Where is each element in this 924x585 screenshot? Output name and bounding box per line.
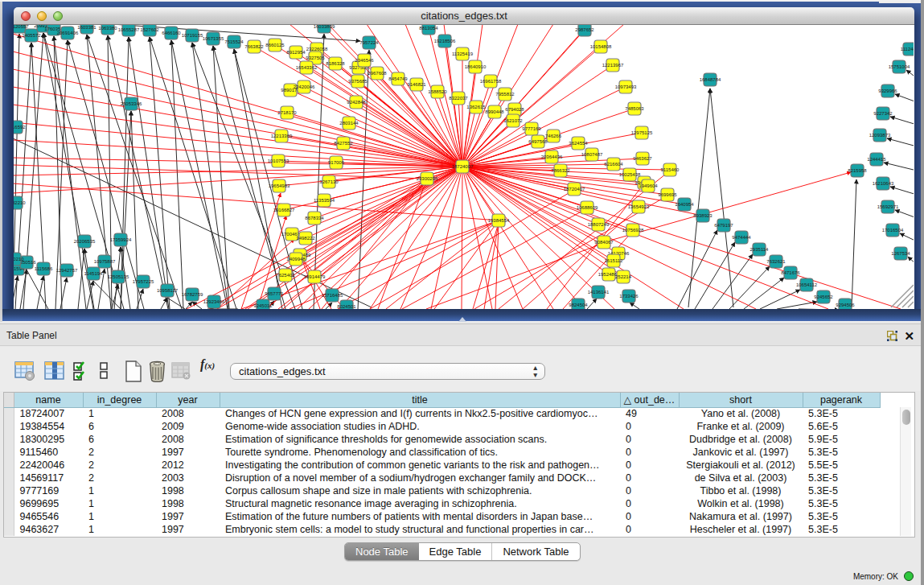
svg-text:3624554: 3624554	[569, 141, 588, 146]
svg-text:7866322: 7866322	[551, 168, 570, 173]
svg-text:10975887: 10975887	[94, 259, 116, 264]
svg-text:23226058: 23226058	[306, 47, 328, 51]
svg-text:746266: 746266	[545, 134, 562, 138]
svg-text:6794028: 6794028	[505, 107, 524, 112]
svg-text:1603381: 1603381	[77, 25, 97, 30]
svg-text:16543362: 16543362	[296, 65, 318, 70]
svg-text:1145194: 1145194	[84, 271, 104, 276]
svg-text:15716485: 15716485	[322, 293, 343, 298]
svg-text:10807487: 10807487	[581, 152, 603, 157]
svg-text:9245012: 9245012	[253, 303, 273, 308]
svg-text:9699695: 9699695	[658, 192, 677, 197]
svg-text:2803144: 2803144	[339, 121, 359, 126]
svg-text:1112440: 1112440	[901, 47, 914, 51]
svg-text:19654983: 19654983	[269, 183, 290, 188]
svg-text:8186328: 8186328	[326, 61, 345, 66]
svg-text:9375685: 9375685	[348, 79, 368, 84]
svg-text:15751004: 15751004	[889, 64, 910, 69]
svg-text:19166827: 19166827	[273, 208, 295, 212]
svg-text:7485063: 7485063	[625, 106, 644, 111]
svg-text:8912954: 8912954	[286, 50, 306, 55]
svg-text:7955812: 7955812	[495, 92, 515, 97]
svg-text:17957225: 17957225	[133, 279, 154, 284]
svg-text:2967608: 2967608	[368, 71, 387, 76]
svg-text:16782759: 16782759	[182, 292, 203, 297]
svg-text:6216604: 6216604	[604, 162, 623, 167]
svg-text:8938923: 8938923	[693, 213, 713, 218]
svg-text:6466160: 6466160	[162, 31, 181, 35]
svg-text:9146821: 9146821	[407, 82, 426, 87]
svg-text:20691406: 20691406	[57, 31, 79, 35]
svg-text:10154808: 10154808	[590, 44, 612, 49]
svg-text:10107553: 10107553	[268, 159, 290, 163]
svg-text:12505135: 12505135	[108, 274, 129, 279]
svg-text:17359924: 17359924	[110, 237, 132, 242]
svg-text:2718170: 2718170	[277, 110, 297, 115]
svg-text:19384554: 19384554	[488, 218, 510, 223]
svg-text:7515524: 7515524	[224, 39, 244, 44]
svg-text:12093873: 12093873	[869, 133, 891, 138]
svg-text:9242848: 9242848	[347, 100, 366, 105]
svg-text:12923466: 12923466	[203, 299, 225, 304]
svg-text:10654112: 10654112	[796, 282, 818, 287]
svg-text:1409948: 1409948	[286, 257, 306, 262]
svg-text:9777169: 9777169	[522, 126, 541, 131]
svg-text:10719155: 10719155	[182, 33, 203, 38]
svg-text:917006: 917006	[328, 160, 345, 165]
svg-text:1621072: 1621072	[503, 118, 523, 123]
svg-text:9294506: 9294506	[836, 303, 855, 307]
svg-text:11353594: 11353594	[314, 198, 335, 203]
svg-text:1244415: 1244415	[867, 157, 886, 162]
svg-text:9084067: 9084067	[594, 240, 614, 245]
svg-text:2987652: 2987652	[575, 27, 594, 32]
svg-text:1949604: 1949604	[639, 183, 658, 188]
svg-text:23300295: 23300295	[417, 176, 438, 181]
svg-text:9115460: 9115460	[661, 167, 680, 172]
svg-text:13654923: 13654923	[628, 204, 650, 209]
svg-text:19218506: 19218506	[434, 39, 456, 43]
svg-text:7625402: 7625402	[276, 273, 295, 278]
svg-text:10958117: 10958117	[157, 288, 179, 293]
svg-text:8427552: 8427552	[334, 141, 353, 146]
svg-text:2346546: 2346546	[355, 58, 374, 63]
svg-text:1588520: 1588520	[428, 89, 447, 94]
svg-text:10688609: 10688609	[577, 205, 598, 210]
svg-text:16210643: 16210643	[873, 181, 894, 186]
svg-text:3267130: 3267130	[319, 179, 339, 184]
svg-text:9329966: 9329966	[878, 89, 897, 93]
svg-text:10671355: 10671355	[203, 36, 224, 41]
svg-text:2616592: 2616592	[14, 125, 26, 130]
svg-text:9245652: 9245652	[814, 295, 833, 299]
svg-text:9657771: 9657771	[265, 291, 284, 296]
svg-text:1527602: 1527602	[140, 27, 159, 32]
svg-text:10756928: 10756928	[622, 228, 644, 233]
svg-text:9463627: 9463627	[633, 156, 652, 161]
svg-text:8660125: 8660125	[265, 43, 285, 47]
svg-text:16848784: 16848784	[700, 77, 721, 82]
svg-text:16961758: 16961758	[480, 79, 502, 84]
svg-text:7957224: 7957224	[359, 40, 379, 45]
svg-text:12975125: 12975125	[631, 130, 653, 135]
svg-text:12213967: 12213967	[602, 63, 624, 68]
svg-text:10655287: 10655287	[118, 27, 140, 32]
svg-text:9824504: 9824504	[569, 303, 588, 307]
svg-text:16914479: 16914479	[304, 274, 326, 279]
svg-text:18720407: 18720407	[564, 187, 585, 192]
svg-text:22420046: 22420046	[294, 84, 315, 89]
svg-text:9327505: 9327505	[306, 56, 325, 60]
svg-text:8990448: 8990448	[485, 109, 504, 114]
svg-text:1640954: 1640954	[675, 202, 694, 207]
svg-text:10973493: 10973493	[615, 84, 637, 89]
svg-text:1267534: 1267534	[891, 251, 910, 256]
svg-text:14136141: 14136141	[588, 290, 610, 295]
svg-text:1615112: 1615112	[605, 258, 624, 263]
svg-text:8678334: 8678334	[305, 216, 324, 220]
svg-text:15692971: 15692971	[877, 204, 899, 209]
svg-text:1115686: 1115686	[35, 266, 53, 271]
svg-text:1930210: 1930210	[14, 257, 24, 262]
svg-text:12213369: 12213369	[271, 134, 293, 138]
svg-text:8471676: 8471676	[781, 270, 800, 275]
svg-text:20364436: 20364436	[541, 154, 563, 159]
svg-text:6497568: 6497568	[528, 139, 548, 144]
svg-text:12942757: 12942757	[56, 268, 78, 273]
